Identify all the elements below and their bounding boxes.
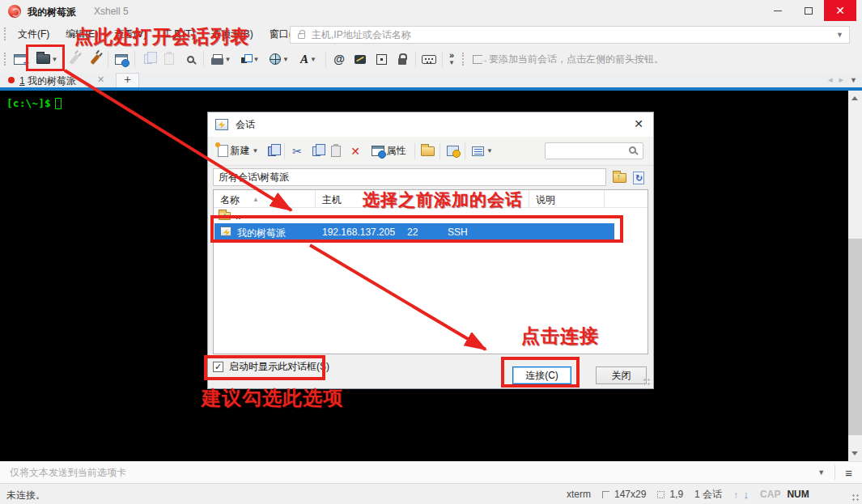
address-bar-input[interactable]: 主机,IP地址或会话名称 ▼ [290,26,850,44]
folder-icon [421,146,435,156]
disconnect-icon [69,53,79,64]
arrow-down-icon[interactable]: ↓ [744,489,749,501]
search-icon [629,146,636,154]
dialog-resize-grip[interactable] [643,378,651,386]
dialog-up-folder-button[interactable] [610,169,628,186]
send-history-dropdown-icon[interactable]: ▼ [817,468,825,476]
tab-scroll-left-icon[interactable]: ◂ [828,74,833,85]
scroll-down-icon[interactable] [851,451,858,455]
terminal-scrollbar[interactable] [848,91,862,461]
dialog-new-button[interactable]: 新建 ▼ [214,141,262,162]
find-button[interactable] [180,49,201,70]
dialog-search-input[interactable] [545,142,643,159]
dialog-close-button[interactable]: 关闭 [596,366,647,384]
minimize-button[interactable] [762,0,793,21]
slow-mode-button[interactable]: @ [329,49,350,70]
tab-close-icon[interactable]: ✕ [97,74,104,85]
fullscreen-button[interactable] [371,49,392,70]
title-bar: 我的树莓派 Xshell 5 ✕ [0,0,862,23]
tab-list-dropdown-icon[interactable]: ▼ [850,76,857,84]
lock-screen-button[interactable] [392,49,413,70]
separator [415,51,416,67]
annotation-recommend-check: 建议勾选此选项 [202,385,343,411]
close-icon: ✕ [835,4,845,17]
properties-label: 属性 [387,144,406,158]
paste-button[interactable] [159,49,180,70]
annotation-click-connect: 点击连接 [521,324,599,349]
dialog-new-folder-button[interactable] [418,141,437,162]
session-count-label: 1 会话 [694,488,722,502]
tab-name: 我的树莓派 [25,75,76,87]
terminal-cursor [55,98,62,109]
separator [203,51,204,67]
soft-keyboard-button[interactable] [418,49,439,70]
column-header-name[interactable]: 名称▲ [214,190,316,207]
chevron-down-icon: ▼ [282,56,289,63]
dialog-delete-button[interactable]: ✕ [346,141,365,162]
compose-icon [241,57,247,63]
encoding-button[interactable]: ▼ [265,49,294,70]
window-resize-grip[interactable] [851,493,860,502]
paste-icon [164,53,174,65]
address-dropdown-icon[interactable]: ▼ [836,31,843,39]
dialog-close-icon[interactable]: ✕ [634,118,643,129]
tab-bar: 1 我的树莓派 ✕ + ◂ ▸ ▼ [0,73,862,91]
quiet-mode-button[interactable] [350,49,371,70]
separator [325,51,326,67]
scrollbar-thumb[interactable] [848,239,862,435]
annotation-box-connect-button [501,357,580,388]
cursor-position-icon [657,491,665,498]
toolbar-hint-text: 要添加当前会话，点击左侧的箭头按钮。 [489,53,664,66]
font-button[interactable]: A▼ [294,49,323,70]
disconnect-button[interactable] [63,49,84,70]
copy-icon [144,54,152,64]
dialog-view-button[interactable]: ▼ [468,141,497,162]
dialog-user-key-button[interactable] [443,141,462,162]
tab-status-dot [8,77,15,83]
session-properties-button[interactable] [111,49,132,70]
lock-icon [298,33,305,39]
toolbar-grip [4,53,6,66]
dialog-copy-button[interactable] [307,141,326,162]
chevron-down-icon: ▼ [448,59,455,66]
separator [834,465,835,480]
compose-button[interactable]: ▼ [236,49,265,70]
copy-icon [312,146,321,156]
dialog-paste-button[interactable] [326,141,346,162]
terminal-prompt: [c:\~]$ [6,97,62,109]
menu-file[interactable]: 文件(F) [10,25,57,43]
tab-active[interactable]: 1 我的树莓派 [19,74,76,88]
copy-button[interactable] [138,49,159,70]
terminal-size-label: 147x29 [614,489,646,500]
print-button[interactable]: ▼ [206,49,236,70]
tab-scroll-right-icon[interactable]: ▸ [839,74,844,85]
gear-icon [115,54,128,65]
refresh-icon [633,172,644,184]
dialog-cut-button[interactable]: ✂ [287,141,307,162]
quiet-icon [355,55,366,64]
list-view-icon [472,146,484,156]
reconnect-button[interactable] [84,49,105,70]
fullscreen-icon [376,54,387,65]
terminal-type-label: xterm [567,489,591,500]
sort-asc-icon: ▲ [253,196,259,203]
annotation-box-session-row [210,215,623,243]
dialog-title: 会话 [236,118,255,132]
dialog-path-input[interactable]: 所有会话\树莓派 [213,168,606,186]
hamburger-icon[interactable]: ≡ [845,466,852,480]
column-header-description[interactable]: 说明 [529,190,605,207]
maximize-button[interactable] [793,0,824,21]
dialog-import-button[interactable] [262,141,282,162]
arrow-up-icon[interactable]: ↑ [733,489,739,501]
new-session-icon [218,145,228,157]
new-session-icon [14,54,27,65]
xshell-window: 我的树莓派 Xshell 5 ✕ 文件(F) 编辑(E) 查看(V) 工具(T)… [0,0,862,504]
dialog-refresh-button[interactable] [630,169,648,186]
toolbar-overflow-button[interactable]: »▼ [448,52,455,66]
send-text-bar[interactable]: 仅将文本发送到当前选项卡 ▼ ≡ [0,461,862,483]
scroll-up-icon[interactable] [851,96,858,100]
close-button[interactable]: ✕ [824,0,856,21]
app-icon [8,5,21,18]
new-tab-button[interactable]: + [116,73,139,87]
dialog-properties-button[interactable]: 属性 [365,141,412,162]
